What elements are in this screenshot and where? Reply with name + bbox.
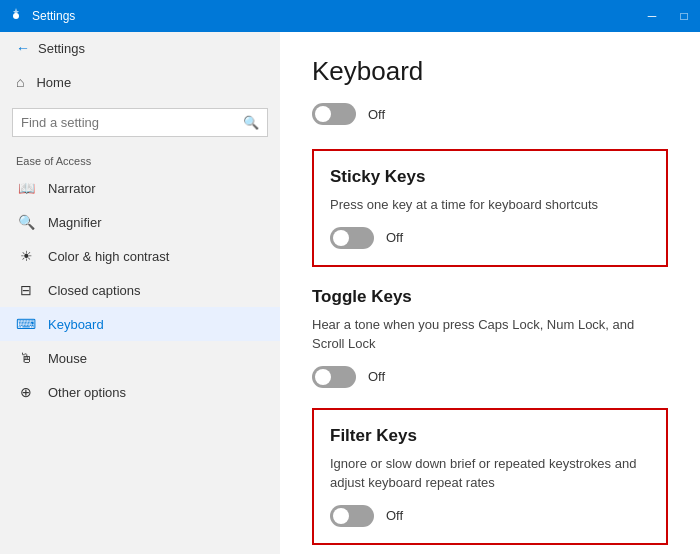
title-bar-controls: ─ □ xyxy=(644,9,692,23)
search-container: 🔍 xyxy=(0,100,280,145)
toggle-toggle-keys[interactable] xyxy=(312,366,356,388)
section-title-filter-keys: Filter Keys xyxy=(330,426,650,446)
keyboard-icon: ⌨ xyxy=(16,316,36,332)
main-toggle-row: Off xyxy=(312,103,668,125)
toggle-row-sticky-keys: Off xyxy=(330,227,650,249)
ease-of-access-label: Ease of Access xyxy=(0,145,280,171)
toggle-label-filter-keys: Off xyxy=(386,508,403,523)
back-button[interactable]: ← Settings xyxy=(0,32,280,64)
back-arrow-icon: ← xyxy=(16,40,30,56)
sidebar-item-label: Closed captions xyxy=(48,283,141,298)
magnifier-icon: 🔍 xyxy=(16,214,36,230)
sidebar-item-label: Narrator xyxy=(48,181,96,196)
home-icon: ⌂ xyxy=(16,74,24,90)
toggle-filter-keys[interactable] xyxy=(330,505,374,527)
toggle-thumb-sticky-keys xyxy=(333,230,349,246)
sidebar-item-magnifier[interactable]: 🔍 Magnifier xyxy=(0,205,280,239)
minimize-button[interactable]: ─ xyxy=(644,9,660,23)
section-title-toggle-keys: Toggle Keys xyxy=(312,287,668,307)
maximize-button[interactable]: □ xyxy=(676,9,692,23)
section-toggle-keys: Toggle Keys Hear a tone when you press C… xyxy=(312,287,668,388)
settings-icon xyxy=(8,8,24,24)
toggle-label-toggle-keys: Off xyxy=(368,369,385,384)
toggle-thumb-filter-keys xyxy=(333,508,349,524)
sidebar-item-mouse[interactable]: 🖱 Mouse xyxy=(0,341,280,375)
toggle-row-toggle-keys: Off xyxy=(312,366,668,388)
toggle-sticky-keys[interactable] xyxy=(330,227,374,249)
section-filter-keys: Filter Keys Ignore or slow down brief or… xyxy=(312,408,668,545)
search-input[interactable] xyxy=(21,115,243,130)
main-toggle-thumb xyxy=(315,106,331,122)
other-options-icon: ⊕ xyxy=(16,384,36,400)
sidebar-item-label: Color & high contrast xyxy=(48,249,169,264)
sidebar-item-label: Magnifier xyxy=(48,215,101,230)
home-label: Home xyxy=(36,75,71,90)
sidebar-item-keyboard[interactable]: ⌨ Keyboard xyxy=(0,307,280,341)
sidebar-item-label: Other options xyxy=(48,385,126,400)
sidebar-item-color-high-contrast[interactable]: ☀ Color & high contrast xyxy=(0,239,280,273)
section-desc-filter-keys: Ignore or slow down brief or repeated ke… xyxy=(330,454,650,493)
search-box[interactable]: 🔍 xyxy=(12,108,268,137)
sidebar: ← Settings ⌂ Home 🔍 Ease of Access 📖 Nar… xyxy=(0,32,280,554)
title-bar-label: Settings xyxy=(32,9,644,23)
narrator-icon: 📖 xyxy=(16,180,36,196)
section-desc-toggle-keys: Hear a tone when you press Caps Lock, Nu… xyxy=(312,315,668,354)
section-title-sticky-keys: Sticky Keys xyxy=(330,167,650,187)
sidebar-item-other-options[interactable]: ⊕ Other options xyxy=(0,375,280,409)
nav-items: 📖 Narrator 🔍 Magnifier ☀ Color & high co… xyxy=(0,171,280,409)
page-title: Keyboard xyxy=(312,56,668,87)
mouse-icon: 🖱 xyxy=(16,350,36,366)
title-bar: Settings ─ □ xyxy=(0,0,700,32)
sidebar-settings-label: Settings xyxy=(38,41,85,56)
sections-container: Sticky Keys Press one key at a time for … xyxy=(312,149,668,545)
sidebar-item-label: Keyboard xyxy=(48,317,104,332)
toggle-row-filter-keys: Off xyxy=(330,505,650,527)
sidebar-item-home[interactable]: ⌂ Home xyxy=(0,64,280,100)
toggle-thumb-toggle-keys xyxy=(315,369,331,385)
main-toggle[interactable] xyxy=(312,103,356,125)
toggle-track-filter-keys[interactable] xyxy=(330,505,374,527)
color-high-contrast-icon: ☀ xyxy=(16,248,36,264)
section-sticky-keys: Sticky Keys Press one key at a time for … xyxy=(312,149,668,267)
main-toggle-track[interactable] xyxy=(312,103,356,125)
toggle-track-sticky-keys[interactable] xyxy=(330,227,374,249)
toggle-label-sticky-keys: Off xyxy=(386,230,403,245)
closed-captions-icon: ⊟ xyxy=(16,282,36,298)
search-icon: 🔍 xyxy=(243,115,259,130)
sidebar-item-narrator[interactable]: 📖 Narrator xyxy=(0,171,280,205)
main-toggle-label: Off xyxy=(368,107,385,122)
main-content: Keyboard Off Sticky Keys Press one key a… xyxy=(280,32,700,554)
app-body: ← Settings ⌂ Home 🔍 Ease of Access 📖 Nar… xyxy=(0,32,700,554)
toggle-track-toggle-keys[interactable] xyxy=(312,366,356,388)
sidebar-item-label: Mouse xyxy=(48,351,87,366)
sidebar-item-closed-captions[interactable]: ⊟ Closed captions xyxy=(0,273,280,307)
section-desc-sticky-keys: Press one key at a time for keyboard sho… xyxy=(330,195,650,215)
